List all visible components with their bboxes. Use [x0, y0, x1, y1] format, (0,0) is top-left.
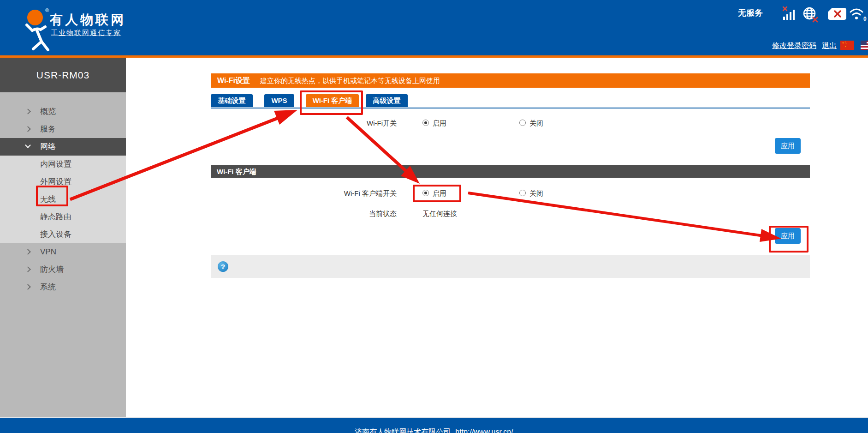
brand-name: 有人物联网: [50, 11, 126, 29]
page-title-bar: Wi-Fi设置建立你的无线热点，以供手机或笔记本等无线设备上网使用: [211, 73, 810, 88]
sidebar-nav: USR-RM03 概览 服务 网络 内网设置 外网设置: [0, 58, 126, 417]
wifi-disable-label[interactable]: 关闭: [529, 119, 543, 128]
globe-network-icon: [802, 6, 820, 23]
wifi-enable-radio[interactable]: [422, 120, 429, 126]
page-title: Wi-Fi设置: [217, 77, 250, 84]
sidebar-menu: 概览 服务 网络 内网设置 外网设置 无线: [0, 103, 126, 296]
wifi-switch-label: Wi-Fi开关: [258, 119, 397, 128]
chevron-right-icon: [25, 266, 31, 272]
us-flag-canton: [861, 41, 867, 45]
router-admin-page: ® 有人物联网 工业物联网通信专家 无服务: [0, 0, 868, 433]
client-switch-label: Wi-Fi 客户端开关: [258, 189, 397, 198]
wifi-disable-radio[interactable]: [519, 120, 526, 126]
brand-logo: ®: [13, 4, 54, 52]
sim-card-icon: [827, 7, 847, 20]
client-apply-button[interactable]: 应用: [775, 228, 801, 244]
cellular-signal-icon: [781, 6, 797, 21]
tab-underline: [211, 108, 810, 108]
chinese-language-flag[interactable]: [840, 41, 854, 50]
sidebar-item-vpn[interactable]: VPN: [0, 243, 126, 261]
footer-company: 济南有人物联网技术有限公司: [355, 428, 451, 433]
sidebar-item-network[interactable]: 网络: [0, 138, 126, 156]
usr-mascot-icon: ®: [13, 4, 54, 52]
page-description: 建立你的无线热点，以供手机或笔记本等无线设备上网使用: [260, 77, 440, 84]
sidebar-item-wireless[interactable]: 无线: [0, 191, 126, 208]
no-service-status: 无服务: [738, 7, 763, 18]
chevron-down-icon: [25, 142, 31, 148]
current-status-value: 无任何连接: [422, 210, 457, 218]
sidebar-item-overview[interactable]: 概览: [0, 103, 126, 120]
english-language-flag[interactable]: [861, 41, 868, 50]
logout-link[interactable]: 退出: [822, 41, 837, 51]
sidebar-item-lan-settings[interactable]: 内网设置: [0, 156, 126, 173]
client-enable-radio[interactable]: [422, 190, 429, 196]
chevron-right-icon: [25, 108, 31, 114]
wifi-client-section-header: Wi-Fi 客户端: [211, 165, 810, 178]
change-password-link[interactable]: 修改登录密码: [772, 41, 816, 51]
wifi-status-icon: [849, 6, 864, 20]
help-bar: ?: [211, 255, 810, 278]
wifi-enable-label[interactable]: 启用: [433, 119, 446, 128]
client-disable-radio[interactable]: [519, 190, 526, 196]
sidebar-item-system[interactable]: 系统: [0, 278, 126, 296]
sidebar-item-firewall[interactable]: 防火墙: [0, 261, 126, 278]
sidebar-item-static-route[interactable]: 静态路由: [0, 208, 126, 226]
tab-wps[interactable]: WPS: [264, 94, 294, 107]
chevron-right-icon: [25, 126, 31, 132]
footer-bar: 济南有人物联网技术有限公司http://www.usr.cn/: [0, 418, 868, 433]
wifi-apply-button[interactable]: 应用: [775, 138, 801, 154]
client-disable-label[interactable]: 关闭: [529, 189, 543, 198]
chevron-right-icon: [25, 284, 31, 290]
chevron-right-icon: [25, 249, 31, 255]
sidebar-item-connected-devices[interactable]: 接入设备: [0, 226, 126, 243]
sidebar-item-wan-settings[interactable]: 外网设置: [0, 173, 126, 191]
header-orange-divider: [0, 55, 868, 58]
brand-tagline: 工业物联网通信专家: [51, 29, 121, 37]
client-enable-label[interactable]: 启用: [433, 189, 446, 198]
device-model-title: USR-RM03: [0, 58, 126, 92]
top-header-bar: ® 有人物联网 工业物联网通信专家 无服务: [0, 0, 868, 55]
svg-text:®: ®: [45, 7, 49, 13]
footer-url-link[interactable]: http://www.usr.cn/: [455, 428, 513, 433]
tab-advanced-settings[interactable]: 高级设置: [366, 94, 408, 107]
current-status-label: 当前状态: [258, 210, 397, 218]
sidebar-item-services[interactable]: 服务: [0, 120, 126, 138]
wifi-client-count: 0: [863, 16, 867, 22]
help-icon[interactable]: ?: [218, 261, 228, 272]
tab-basic-settings[interactable]: 基础设置: [211, 94, 253, 107]
tab-wifi-client[interactable]: Wi-Fi 客户端: [306, 94, 359, 107]
cn-flag-stars-icon: [840, 41, 854, 50]
network-submenu: 内网设置 外网设置 无线 静态路由 接入设备: [0, 156, 126, 243]
